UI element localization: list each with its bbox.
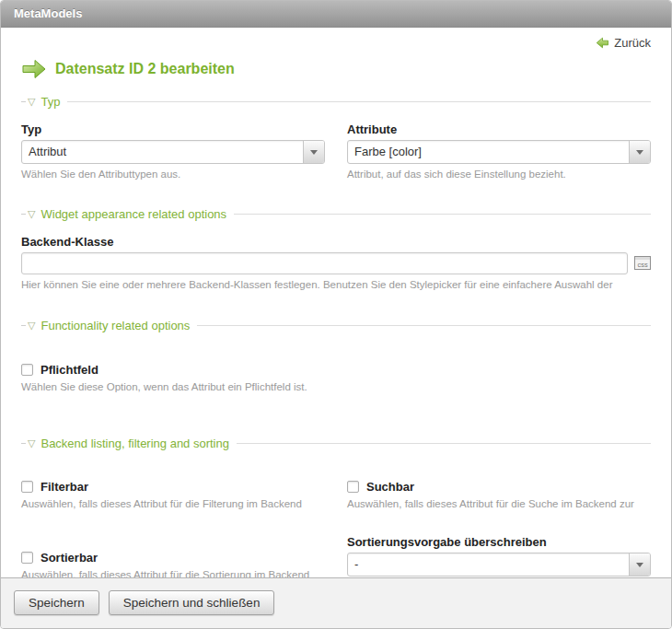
section-legend-functionality[interactable]: ▽ Functionality related options: [21, 319, 651, 332]
field-suchbar: Suchbar Auswählen, falls dieses Attribut…: [347, 480, 651, 512]
attribute-select-value: Farbe [color]: [348, 141, 629, 163]
legend-dash: [21, 101, 26, 102]
section-legend-label: Typ: [41, 95, 60, 109]
field-sortierbar: Sortierbar Auswählen, falls dieses Attri…: [21, 535, 325, 577]
legend-dash: [21, 325, 26, 326]
chevron-down-icon: [636, 563, 643, 567]
legend-rule: [234, 214, 651, 215]
field-sortierungsvorgabe: Sortierungsvorgabe überschreiben - Auswä…: [347, 535, 651, 577]
filterbar-label: Filterbar: [41, 480, 88, 494]
collapse-triangle-icon: ▽: [28, 320, 35, 331]
collapse-triangle-icon: ▽: [28, 209, 35, 219]
suchbar-label: Suchbar: [366, 480, 414, 494]
window-titlebar: MetaModels: [1, 1, 671, 28]
legend-rule: [237, 443, 651, 444]
sortierbar-label: Sortierbar: [41, 551, 98, 565]
attribute-select-arrow-button[interactable]: [629, 141, 650, 163]
field-filterbar: Filterbar Auswählen, falls dieses Attrib…: [21, 480, 325, 512]
page-title-text: Datensatz ID 2 bearbeiten: [55, 61, 235, 77]
field-backend-klasse: Backend-Klasse css Hier können Sie eine …: [21, 235, 651, 293]
pflichtfeld-label: Pflichtfeld: [41, 363, 98, 377]
backend-klasse-input[interactable]: [21, 252, 628, 274]
legend-dash: [21, 214, 26, 215]
field-pflichtfeld: Pflichtfeld Wählen Sie diese Option, wen…: [21, 363, 651, 395]
legend-rule: [197, 325, 651, 326]
sortierungsvorgabe-select-arrow-button[interactable]: [629, 553, 650, 576]
sortierungsvorgabe-select[interactable]: -: [347, 553, 651, 577]
back-link[interactable]: Zurück: [596, 36, 651, 50]
css-stylepicker-icon[interactable]: css: [634, 256, 651, 270]
filterbar-checkbox[interactable]: [21, 481, 33, 493]
chevron-down-icon: [636, 150, 643, 155]
section-legend-label: Backend listing, filtering and sorting: [41, 437, 229, 450]
field-typ: Typ Attribut Wählen Sie den Attributtype…: [21, 122, 325, 182]
section-legend-label: Functionality related options: [41, 319, 190, 332]
attribute-select[interactable]: Farbe [color]: [347, 140, 651, 164]
attribute-help: Attribut, auf das sich diese Einstellung…: [347, 168, 651, 182]
attribute-label: Attribute: [347, 122, 651, 136]
back-row: Zurück: [21, 28, 651, 52]
typ-select-value: Attribut: [22, 141, 303, 163]
suchbar-help: Auswählen, falls dieses Attribut für die…: [347, 497, 651, 512]
legend-rule: [67, 101, 651, 102]
chevron-down-icon: [310, 150, 318, 155]
pflichtfeld-checkbox[interactable]: [21, 364, 33, 376]
section-legend-widget-appearance[interactable]: ▽ Widget appearance related options: [21, 207, 651, 221]
suchbar-checkbox[interactable]: [347, 481, 359, 493]
sortierungsvorgabe-label: Sortierungsvorgabe überschreiben: [347, 535, 651, 549]
field-attribute: Attribute Farbe [color] Attribut, auf da…: [347, 122, 651, 182]
section-legend-backend-listing[interactable]: ▽ Backend listing, filtering and sorting: [21, 437, 651, 450]
sortierbar-checkbox[interactable]: [21, 552, 33, 564]
back-arrow-icon: [596, 37, 609, 49]
sortierungsvorgabe-select-value: -: [348, 553, 629, 576]
submit-bar: Speichern Speichern und schließen: [1, 577, 671, 628]
svg-text:css: css: [637, 261, 648, 269]
filterbar-help: Auswählen, falls dieses Attribut für die…: [21, 497, 325, 512]
page-title: Datensatz ID 2 bearbeiten: [21, 58, 651, 80]
section-legend-typ[interactable]: ▽ Typ: [21, 95, 651, 109]
pflichtfeld-help: Wählen Sie diese Option, wenn das Attrib…: [21, 380, 651, 395]
legend-dash: [21, 443, 26, 444]
collapse-triangle-icon: ▽: [28, 97, 35, 107]
typ-select-arrow-button[interactable]: [303, 141, 324, 163]
collapse-triangle-icon: ▽: [28, 438, 35, 448]
typ-select[interactable]: Attribut: [21, 140, 325, 164]
section-legend-label: Widget appearance related options: [41, 207, 226, 221]
edit-arrow-icon: [21, 58, 47, 80]
save-and-close-button[interactable]: Speichern und schließen: [109, 590, 275, 615]
edit-form: Zurück Datensatz ID 2 bearbeiten ▽ Typ: [1, 28, 671, 577]
typ-help: Wählen Sie den Attributtypen aus.: [21, 168, 325, 182]
save-button[interactable]: Speichern: [14, 590, 99, 615]
metamodels-edit-window: MetaModels Zurück: [0, 0, 672, 629]
typ-label: Typ: [21, 122, 325, 136]
back-link-label: Zurück: [614, 36, 651, 50]
window-title: MetaModels: [14, 6, 82, 20]
backend-klasse-help: Hier können Sie eine oder mehrere Backen…: [21, 278, 651, 293]
sortierbar-help: Auswählen, falls dieses Attribut für die…: [21, 568, 325, 577]
backend-klasse-label: Backend-Klasse: [21, 235, 651, 249]
